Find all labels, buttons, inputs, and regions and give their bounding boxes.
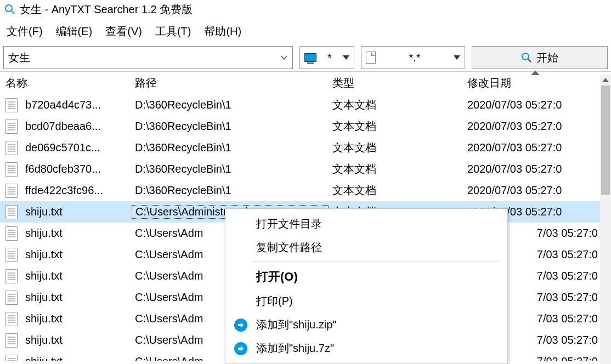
title-bar: 女生 - AnyTXT Searcher 1.2 免费版	[0, 0, 611, 19]
cell-path: D:\360RecycleBin\1	[132, 163, 329, 175]
table-row[interactable]: f6d80cfeb370...D:\360RecycleBin\1文本文档202…	[0, 158, 611, 180]
menu-bar: 文件(F) 编辑(E) 查看(V) 工具(T) 帮助(H)	[0, 19, 611, 44]
svg-line-3	[528, 59, 531, 62]
ctx-add-zip-label: 添加到"shiju.zip"	[256, 317, 336, 332]
start-button[interactable]: 开始	[472, 46, 608, 69]
ctx-print[interactable]: 打印(P)	[225, 289, 507, 313]
svg-line-1	[12, 11, 14, 14]
file-name: shiju.txt	[25, 206, 63, 218]
vertical-scrollbar[interactable]	[600, 75, 611, 364]
cell-path: D:\360RecycleBin\1	[132, 120, 329, 133]
document-icon	[5, 226, 18, 241]
document-icon	[5, 141, 18, 155]
cell-name: shiju.txt	[0, 291, 132, 305]
file-name: shiju.txt	[25, 334, 63, 346]
header-name[interactable]: 名称	[0, 76, 132, 90]
cell-name: shiju.txt	[0, 269, 132, 283]
ctx-add-7z[interactable]: 添加到"shiju.7z"	[225, 337, 507, 360]
filter-scope-label: *	[327, 52, 332, 64]
scroll-up-button[interactable]	[600, 75, 611, 86]
svg-point-2	[522, 53, 529, 60]
file-name: de069c5701c...	[25, 141, 100, 154]
file-name: bcd07dbeaa6...	[25, 120, 101, 133]
file-name: shiju.txt	[25, 227, 63, 240]
document-icon	[5, 333, 18, 348]
document-icon	[5, 205, 18, 219]
ctx-open[interactable]: 打开(O)	[225, 264, 507, 289]
cell-name: shiju.txt	[0, 333, 132, 348]
cell-name: shiju.txt	[0, 312, 132, 326]
menu-help[interactable]: 帮助(H)	[204, 24, 241, 39]
cell-name: shiju.txt	[0, 355, 132, 361]
table-row[interactable]: b720a4d4c73...D:\360RecycleBin\1文本文档2020…	[0, 94, 611, 116]
file-name: b720a4d4c73...	[25, 99, 101, 111]
cell-path: D:\360RecycleBin\1	[132, 99, 329, 111]
menu-edit[interactable]: 编辑(E)	[56, 24, 93, 39]
ctx-add-zip[interactable]: 添加到"shiju.zip"	[225, 313, 507, 337]
document-icon	[5, 269, 18, 283]
cell-type: 文本文档	[329, 98, 464, 112]
chevron-down-icon	[454, 55, 460, 60]
header-type[interactable]: 类型	[329, 76, 464, 90]
menu-view[interactable]: 查看(V)	[105, 24, 142, 39]
toolbar: * *.* 开始	[0, 44, 611, 71]
start-button-label: 开始	[536, 50, 558, 65]
header-path[interactable]: 路径	[132, 76, 329, 90]
menu-tool[interactable]: 工具(T)	[155, 24, 191, 39]
document-icon	[5, 312, 18, 326]
menu-file[interactable]: 文件(F)	[7, 24, 43, 39]
search-box[interactable]	[3, 46, 293, 69]
file-name: shiju.txt	[25, 312, 63, 325]
cell-name: b720a4d4c73...	[0, 98, 132, 112]
svg-point-0	[5, 5, 12, 12]
cell-name: bcd07dbeaa6...	[0, 120, 132, 134]
search-icon	[521, 52, 532, 63]
filter-ext-label: *.*	[409, 52, 420, 64]
ctx-open-dir[interactable]: 打开文件目录	[225, 212, 507, 236]
scroll-thumb[interactable]	[601, 86, 610, 195]
filter-scope-dropdown[interactable]: *	[299, 46, 354, 69]
header-date[interactable]: 修改日期	[464, 76, 600, 90]
file-name: f6d80cfeb370...	[25, 163, 101, 175]
table-row[interactable]: bcd07dbeaa6...D:\360RecycleBin\1文本文档2020…	[0, 116, 611, 137]
cell-type: 文本文档	[329, 162, 464, 177]
file-name: shiju.txt	[25, 355, 63, 361]
document-icon	[5, 120, 18, 134]
filter-ext-dropdown[interactable]: *.*	[361, 46, 465, 69]
chevron-down-icon	[343, 55, 349, 60]
search-input[interactable]	[4, 48, 292, 67]
table-row[interactable]: de069c5701c...D:\360RecycleBin\1文本文档2020…	[0, 137, 611, 158]
archive-icon	[234, 318, 247, 332]
cell-date: 2020/07/03 05:27:0	[464, 184, 600, 197]
document-icon	[5, 98, 18, 112]
cell-path: D:\360RecycleBin\1	[132, 184, 329, 197]
app-icon	[4, 4, 15, 15]
ctx-add-7z-label: 添加到"shiju.7z"	[256, 341, 334, 356]
cell-type: 文本文档	[329, 140, 464, 155]
window-title: 女生 - AnyTXT Searcher 1.2 免费版	[20, 2, 193, 17]
cell-name: ffde422c3fc96...	[0, 184, 132, 198]
ctx-separator	[252, 261, 501, 262]
cell-path: D:\360RecycleBin\1	[132, 141, 329, 154]
document-icon	[5, 291, 18, 305]
cell-date: 2020/07/03 05:27:0	[464, 120, 600, 133]
document-icon	[5, 355, 18, 361]
column-headers: 名称 路径 类型 修改日期	[0, 71, 611, 94]
cell-name: f6d80cfeb370...	[0, 162, 132, 177]
cell-date: 2020/07/03 05:27:0	[464, 141, 600, 154]
cell-name: shiju.txt	[0, 205, 132, 219]
cell-type: 文本文档	[329, 183, 464, 198]
cell-name: de069c5701c...	[0, 141, 132, 155]
file-name: shiju.txt	[25, 248, 63, 261]
ctx-copy-path[interactable]: 复制文件路径	[225, 236, 507, 259]
document-icon	[5, 162, 18, 177]
document-icon	[5, 248, 18, 262]
monitor-icon	[304, 53, 316, 62]
cell-type: 文本文档	[329, 119, 464, 134]
file-name: ffde422c3fc96...	[25, 184, 103, 197]
sort-indicator-icon	[531, 71, 540, 75]
cell-date: 2020/07/03 05:27:0	[464, 163, 600, 175]
file-icon	[366, 52, 376, 64]
table-row[interactable]: ffde422c3fc96...D:\360RecycleBin\1文本文档20…	[0, 180, 611, 201]
cell-date: 2020/07/03 05:27:0	[464, 99, 600, 111]
